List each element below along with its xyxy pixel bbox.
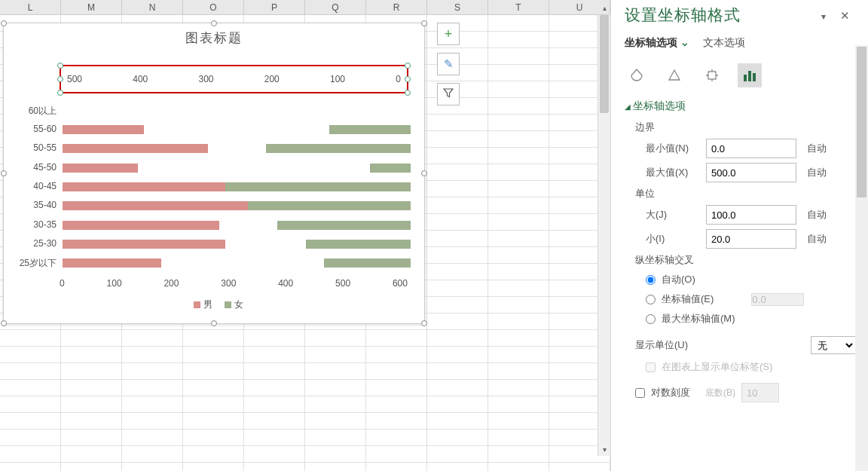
cross-auto-radio[interactable]: 自动(O) [646,273,856,286]
col-header[interactable]: N [122,0,183,14]
bar-row[interactable] [63,125,411,134]
bar-row[interactable] [63,240,411,249]
category-label: 35-40 [7,200,60,210]
svg-rect-2 [748,71,751,81]
major-label: 大(J) [646,208,706,222]
panel-dropdown-icon[interactable]: ▾ [821,11,826,22]
vertical-scrollbar[interactable]: ▴ ▾ [598,15,610,456]
x-tick: 600 [393,278,408,289]
max-input[interactable] [706,163,796,182]
max-auto: 自动 [807,166,827,179]
bar-female[interactable] [324,258,411,268]
col-header[interactable]: Q [305,0,366,14]
category-label: 60以上 [7,105,60,118]
brush-icon: ✎ [444,57,454,71]
col-header[interactable]: S [427,0,488,14]
bar-row[interactable] [63,182,411,191]
bar-male[interactable] [63,201,277,210]
col-header[interactable]: M [61,0,122,14]
effects-icon[interactable] [662,63,686,87]
display-unit-select[interactable]: 无 [811,336,856,354]
tab-axis-options[interactable]: 坐标轴选项⌄ [625,36,689,53]
bar-male[interactable] [63,144,208,153]
axis-options-icon[interactable] [738,63,762,87]
legend-label: 女 [234,299,243,310]
log-base-label: 底数(B) [705,387,735,399]
chart-styles-button[interactable]: ✎ [437,53,460,75]
chart-title[interactable]: 图表标题 [4,23,424,53]
x-tick: 100 [107,278,122,289]
bar-row[interactable] [63,164,411,173]
major-input[interactable] [706,205,796,225]
svg-rect-1 [744,75,747,81]
bar-male[interactable] [63,240,225,249]
max-label: 最大值(X) [646,166,706,179]
secondary-axis-selected[interactable]: 500 400 300 200 100 0 [60,65,408,93]
col-header[interactable]: O [183,0,244,14]
col-header[interactable]: L [0,0,61,14]
scrollbar-thumb[interactable] [857,47,866,197]
log-scale-checkbox[interactable]: 对数刻度 [635,386,690,399]
col-header[interactable]: T [488,0,549,14]
sec-tick: 400 [133,74,148,84]
cross-value-radio[interactable]: 坐标轴值(E) [646,292,856,306]
bar-female[interactable] [277,221,411,230]
size-properties-icon[interactable] [700,63,724,87]
bar-male[interactable] [63,258,161,268]
category-label: 50-55 [7,142,60,153]
chart-float-toolbar: + ✎ [437,23,460,106]
cross-max-radio[interactable]: 最大坐标轴值(M) [646,312,856,326]
plot-area[interactable]: 60以上55-6050-5545-5040-4535-4030-3525-302… [7,101,409,273]
chart-filter-button[interactable] [437,83,460,106]
bar-male[interactable] [63,164,138,173]
chart-legend[interactable]: 男 女 [4,298,424,311]
category-label: 25岁以下 [7,257,60,270]
primary-axis[interactable]: 0 100 200 300 400 500 600 [60,278,408,289]
scrollbar-thumb[interactable] [600,15,609,113]
format-axis-panel: 设置坐标轴格式 ▾ ✕ 坐标轴选项⌄ 文本选项 坐标轴选项 边界 最小值(N) … [610,0,868,471]
unit-label: 单位 [635,187,856,200]
bar-row[interactable] [63,144,411,153]
bar-row[interactable] [63,221,411,230]
panel-scrollbar[interactable] [855,45,868,471]
column-headers: L M N O P Q R S T U [0,0,610,15]
x-tick: 400 [278,278,293,289]
sec-tick: 200 [264,74,280,84]
cross-label: 纵坐标轴交叉 [635,253,856,267]
cross-value-input [751,293,804,306]
min-label: 最小值(N) [646,142,706,155]
display-unit-label: 显示单位(U) [635,338,688,352]
category-label: 40-45 [7,181,60,191]
section-axis-options[interactable]: 坐标轴选项 [625,99,856,113]
bar-row[interactable] [63,201,411,210]
scroll-up-icon[interactable]: ▴ [598,2,610,14]
col-header[interactable]: R [366,0,427,14]
bar-male[interactable] [63,125,144,134]
bar-female[interactable] [248,201,411,210]
min-input[interactable] [706,139,796,158]
bar-male[interactable] [63,221,219,230]
chevron-down-icon: ⌄ [680,36,689,48]
bar-female[interactable] [306,240,411,249]
x-tick: 200 [164,278,179,289]
sec-tick: 0 [396,74,401,84]
x-tick: 0 [60,278,65,289]
bar-row[interactable] [63,258,411,268]
panel-close-icon[interactable]: ✕ [840,9,850,23]
category-label: 45-50 [7,162,60,173]
col-header[interactable]: P [244,0,305,14]
bar-row[interactable] [63,106,411,115]
tab-text-options[interactable]: 文本选项 [703,36,745,53]
bar-female[interactable] [370,164,411,173]
fill-line-icon[interactable] [625,63,649,87]
minor-auto: 自动 [807,232,827,246]
chart-object[interactable]: 图表标题 500 400 300 200 100 0 60以上55-6050-5… [3,23,425,324]
bar-female[interactable] [329,125,411,134]
bar-female[interactable] [266,144,411,153]
bar-female[interactable] [225,182,411,191]
scroll-down-icon[interactable]: ▾ [598,443,610,456]
chart-elements-button[interactable]: + [437,23,460,45]
category-label: 25-30 [7,238,60,249]
minor-input[interactable] [706,229,796,249]
min-auto: 自动 [807,142,827,155]
